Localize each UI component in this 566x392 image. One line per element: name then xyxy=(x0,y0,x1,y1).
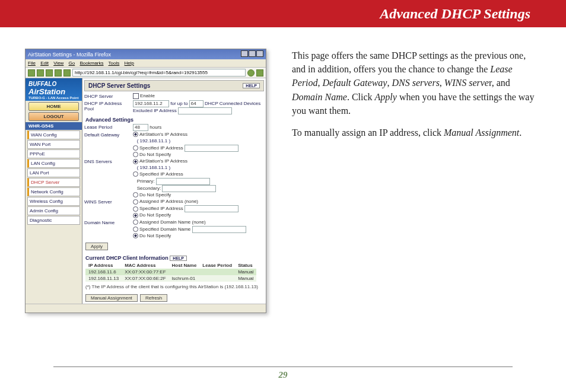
wins-opt1: Assigned IP Address (none) xyxy=(139,199,198,204)
dns-radio-airstation[interactable] xyxy=(133,159,138,164)
search-icon[interactable] xyxy=(256,69,263,77)
dns-radio-none[interactable] xyxy=(133,192,138,197)
nav-wireless-config[interactable]: Wireless Config xyxy=(27,197,80,206)
clients-heading: Current DHCP Client Information xyxy=(85,255,168,261)
forward-icon[interactable] xyxy=(37,69,44,77)
clients-help-button[interactable]: HELP xyxy=(170,256,187,261)
lease-label: Lease Period xyxy=(84,124,131,130)
help-button[interactable]: HELP xyxy=(243,83,260,88)
table-row: 192.168.11.6 XX:07:XX:00:77:EF Manual xyxy=(85,269,256,275)
wins-radio-none[interactable] xyxy=(133,213,138,218)
pool-note: DHCP Connected Devices xyxy=(205,101,260,106)
page-title: Advanced DHCP Settings xyxy=(380,6,530,22)
em-wins: WINS serve xyxy=(444,78,489,88)
menu-help[interactable]: Help xyxy=(125,60,134,66)
domain-opt3: Do Not Specify xyxy=(139,233,171,238)
brand-logo: BUFFALO AirStation TURBO-G · LAN Access … xyxy=(26,78,82,101)
nav-lan-config[interactable]: LAN Config xyxy=(27,159,80,168)
back-icon[interactable] xyxy=(28,69,35,77)
footnote: (*) The IP Address of the client that is… xyxy=(85,284,263,289)
logout-button[interactable]: LOGOUT xyxy=(28,112,79,121)
menu-tools[interactable]: Tools xyxy=(109,60,120,66)
advanced-heading: Advanced Settings xyxy=(85,117,264,123)
menu-bookmarks[interactable]: Bookmarks xyxy=(80,60,104,66)
clients-table: IP Address MAC Address Host Name Lease P… xyxy=(85,262,256,282)
menu-edit[interactable]: Edit xyxy=(40,60,49,66)
nav-admin-config[interactable]: Admin Config xyxy=(27,206,80,215)
wins-radio-assigned[interactable] xyxy=(133,199,138,205)
nav-lan-port[interactable]: LAN Port xyxy=(27,168,80,177)
wins-radio-specified[interactable] xyxy=(133,206,138,212)
dns-label: DNS Servers xyxy=(84,158,131,164)
pool-label: DHCP IP Address Pool xyxy=(84,100,131,111)
gateway-label: Default Gateway xyxy=(84,132,131,138)
wins-opt2: Specified IP Address xyxy=(139,206,183,211)
gw-specified-input[interactable] xyxy=(185,145,239,152)
pool-start-input[interactable]: 192.168.11.2 xyxy=(133,100,169,107)
excluded-input[interactable] xyxy=(178,107,232,114)
window-titlebar: AirStation Settings - Mozilla Firefox xyxy=(26,49,266,59)
browser-statusbar xyxy=(26,304,266,313)
main-panel: DHCP Server Settings HELP DHCP Server En… xyxy=(82,78,266,304)
dns-secondary-input[interactable] xyxy=(162,185,216,192)
brand-top: BUFFALO xyxy=(28,81,56,87)
wins-label: WINS Server xyxy=(84,199,131,205)
gw-radio-airstation[interactable] xyxy=(133,132,138,137)
panel-heading: DHCP Server Settings xyxy=(88,82,150,89)
domain-opt1: Assigned Domain Name (none) xyxy=(139,219,206,225)
dns-primary-label: Primary: xyxy=(137,179,155,184)
nav-pppoe[interactable]: PPPoE xyxy=(27,149,80,158)
gw-radio-specified[interactable] xyxy=(133,145,138,151)
stop-icon[interactable] xyxy=(55,69,62,77)
menu-view[interactable]: View xyxy=(53,60,63,66)
excluded-label: Excluded IP Address xyxy=(133,108,177,113)
go-icon[interactable] xyxy=(247,69,255,77)
reload-icon[interactable] xyxy=(46,69,53,77)
nav-network-config[interactable]: Network Config xyxy=(27,187,80,196)
home-icon[interactable] xyxy=(63,69,71,77)
col-mac: MAC Address xyxy=(122,262,168,269)
refresh-button[interactable]: Refresh xyxy=(140,294,167,302)
body-text: This page offers the same DHCP settings … xyxy=(292,49,541,313)
domain-radio-assigned[interactable] xyxy=(133,219,138,225)
pool-for-text: for up to xyxy=(170,101,187,106)
domain-opt2: Specified Domain Name xyxy=(139,227,190,232)
gw-opt3: Do Not Specify xyxy=(139,152,171,157)
wins-specified-input[interactable] xyxy=(185,205,239,212)
window-title: AirStation Settings - Mozilla Firefox xyxy=(28,52,111,58)
domain-label: Domain Name xyxy=(84,219,131,225)
model-label: WHR-G54S xyxy=(26,122,82,130)
em-manual: Manual Assignment xyxy=(444,128,519,138)
url-input[interactable]: http://192.168.11.1/cgi-bin/cgi?req=frm&… xyxy=(72,69,246,77)
menu-file[interactable]: File xyxy=(28,60,36,66)
manual-assignment-button[interactable]: Manual Assignment xyxy=(85,294,138,302)
domain-radio-specified[interactable] xyxy=(133,227,138,232)
dns-opt1-ip: ( 192.168.11.1 ) xyxy=(137,165,170,170)
apply-button[interactable]: Apply xyxy=(85,243,108,250)
dns-radio-specified[interactable] xyxy=(133,171,138,177)
dhcp-server-label: DHCP Server xyxy=(84,93,131,99)
domain-specified-input[interactable] xyxy=(192,226,246,233)
wins-opt3: Do Not Specify xyxy=(139,212,171,218)
nav-dhcp-server[interactable]: DHCP Server xyxy=(27,178,80,187)
dns-opt1: AirStation's IP Address xyxy=(139,158,187,164)
dhcp-enable-checkbox[interactable] xyxy=(133,93,139,99)
em-dns: DNS servers xyxy=(392,78,439,88)
menu-go[interactable]: Go xyxy=(69,60,75,66)
gw-opt1: AirStation's IP Address xyxy=(139,132,187,137)
header-bar: Advanced DHCP Settings xyxy=(0,0,566,27)
nav-wan-config[interactable]: WAN Config xyxy=(27,130,80,139)
lease-unit: hours xyxy=(150,125,161,130)
home-button[interactable]: HOME xyxy=(28,102,79,111)
sidebar: BUFFALO AirStation TURBO-G · LAN Access … xyxy=(26,78,82,304)
nav-wan-port[interactable]: WAN Port xyxy=(27,140,80,149)
nav-diagnostic[interactable]: Diagnostic xyxy=(27,216,80,225)
lease-input[interactable]: 48 xyxy=(133,124,148,131)
dhcp-enable-text: Enable xyxy=(140,93,155,98)
em-gateway: Default Gateway xyxy=(323,78,387,88)
url-toolbar: http://192.168.11.1/cgi-bin/cgi?req=frm&… xyxy=(26,68,266,78)
pool-count-input[interactable]: 64 xyxy=(189,100,203,107)
gw-radio-none[interactable] xyxy=(133,152,138,157)
domain-radio-none[interactable] xyxy=(133,233,138,238)
dns-primary-input[interactable] xyxy=(156,178,210,185)
